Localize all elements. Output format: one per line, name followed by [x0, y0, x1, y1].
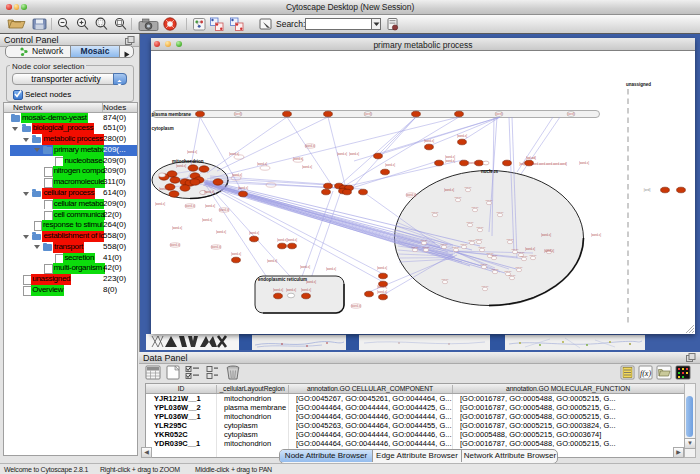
- svg-text:[wrd]: [wrd]: [644, 188, 651, 192]
- svg-text:[word-x]: [word-x]: [204, 190, 214, 194]
- svg-text:[wd-w]: [wd-w]: [497, 211, 504, 214]
- svg-text:[wd-w]: [wd-w]: [491, 254, 498, 257]
- svg-text:[wd-w]: [wd-w]: [455, 196, 462, 199]
- svg-text:[word-x]: [word-x]: [525, 247, 535, 251]
- svg-text:[word-x]: [word-x]: [249, 231, 259, 235]
- svg-text:[word-x]: [word-x]: [159, 187, 169, 191]
- svg-text:[wd-w]: [wd-w]: [509, 274, 516, 277]
- svg-text:[wd-w]: [wd-w]: [465, 186, 472, 189]
- svg-text:[word]: [word]: [567, 112, 574, 116]
- svg-text:[word-x]: [word-x]: [229, 152, 239, 156]
- svg-text:f(x): f(x): [640, 369, 651, 378]
- svg-text:[word-x]: [word-x]: [257, 162, 267, 166]
- svg-text:[wd-w]: [wd-w]: [467, 221, 474, 224]
- svg-text:[wd-w]: [wd-w]: [479, 246, 486, 249]
- svg-text:[word-x]: [word-x]: [219, 208, 229, 212]
- svg-text:[wd-w]: [wd-w]: [516, 266, 523, 269]
- svg-text:[word-x]: [word-x]: [406, 193, 416, 197]
- svg-text:[wd-w]: [wd-w]: [505, 270, 512, 273]
- svg-text:[word-x]: [word-x]: [306, 280, 316, 284]
- svg-text:[word-x]: [word-x]: [445, 159, 455, 163]
- svg-text:[word-x]: [word-x]: [468, 161, 478, 165]
- svg-text:[word-x]: [word-x]: [305, 144, 315, 148]
- svg-text:[wd-w]: [wd-w]: [481, 263, 488, 266]
- svg-text:[wd-w]: [wd-w]: [412, 246, 419, 249]
- svg-text:cytoplasm: cytoplasm: [152, 126, 174, 131]
- svg-text:[word-x]: [word-x]: [337, 152, 347, 156]
- svg-text:[wd-w]: [wd-w]: [486, 199, 493, 202]
- svg-text:endoplasmic reticulum: endoplasmic reticulum: [258, 277, 307, 282]
- svg-text:[word-x]: [word-x]: [377, 290, 387, 294]
- svg-text:[word-x]: [word-x]: [579, 161, 589, 165]
- svg-text:[word]: [word]: [364, 112, 371, 116]
- svg-text:[word-x]: [word-x]: [273, 288, 283, 292]
- svg-text:[word-x]: [word-x]: [445, 155, 455, 159]
- svg-text:[wd-w]: [wd-w]: [453, 246, 460, 249]
- svg-text:[wd-w]: [wd-w]: [472, 206, 479, 209]
- svg-text:[word-x]: [word-x]: [424, 139, 434, 143]
- svg-text:[wd-w]: [wd-w]: [442, 278, 449, 281]
- svg-text:[word-x]: [word-x]: [216, 230, 226, 234]
- svg-text:[word-x]: [word-x]: [300, 265, 310, 269]
- svg-text:[wd-w]: [wd-w]: [518, 251, 525, 254]
- svg-text:[word-x]: [word-x]: [211, 245, 221, 249]
- svg-text:[word]: [word]: [234, 112, 241, 116]
- svg-text:[word-x]: [word-x]: [385, 163, 395, 167]
- svg-text:[wd]: [wd]: [519, 162, 524, 166]
- svg-text:[word-x]: [word-x]: [267, 259, 277, 263]
- svg-text:[wd-w]: [wd-w]: [482, 285, 489, 288]
- svg-text:[word-x]: [word-x]: [301, 288, 311, 292]
- svg-text:unassigned: unassigned: [626, 82, 651, 87]
- svg-text:[word-x]: [word-x]: [155, 202, 165, 206]
- svg-text:plasma membrane: plasma membrane: [152, 112, 192, 117]
- svg-text:[wd-w]: [wd-w]: [423, 246, 430, 249]
- svg-text:[word-x]: [word-x]: [238, 186, 248, 190]
- svg-text:[wd-w]: [wd-w]: [546, 248, 553, 251]
- svg-text:[wd-w]: [wd-w]: [441, 243, 448, 246]
- svg-text:[word-x]: [word-x]: [202, 218, 212, 222]
- svg-text:[word-x]: [word-x]: [326, 267, 336, 271]
- svg-text:[wd-w]: [wd-w]: [421, 239, 428, 242]
- svg-text:[word-x]: [word-x]: [457, 134, 467, 138]
- svg-text:[word-x]: [word-x]: [170, 243, 180, 247]
- svg-text:[wd-w]: [wd-w]: [507, 238, 514, 241]
- svg-text:[word-x]: [word-x]: [541, 233, 551, 237]
- svg-text:[word-x]: [word-x]: [591, 233, 601, 237]
- svg-text:[word]: [word]: [495, 112, 502, 116]
- svg-text:[word-x]: [word-x]: [351, 304, 361, 308]
- svg-text:[word-x]: [word-x]: [302, 165, 312, 169]
- svg-text:[wd-w]: [wd-w]: [432, 211, 439, 214]
- svg-text:[wd-w]: [wd-w]: [477, 226, 484, 229]
- svg-text:mitochondrion: mitochondrion: [172, 159, 204, 164]
- svg-text:[wd-w]: [wd-w]: [530, 254, 537, 257]
- svg-text:[wd-w]: [wd-w]: [476, 238, 483, 241]
- svg-text:[word-x]: [word-x]: [231, 252, 241, 256]
- svg-text:[word-x]: [word-x]: [172, 226, 182, 230]
- svg-text:[word-x]: [word-x]: [187, 150, 197, 154]
- svg-text:Search:: Search:: [276, 19, 305, 29]
- svg-text:[word-x]: [word-x]: [205, 204, 215, 208]
- svg-text:[word-x]: [word-x]: [287, 238, 297, 242]
- svg-text:[word-x]: [word-x]: [349, 152, 359, 156]
- svg-text:[word-x]: [word-x]: [377, 266, 387, 270]
- svg-text:[wd-w]: [wd-w]: [521, 255, 528, 258]
- svg-text:[word-word-word-word-word]: [word-word-word-word-word]: [531, 162, 567, 166]
- svg-text:nucleus: nucleus: [481, 169, 499, 174]
- svg-text:[word-x]: [word-x]: [277, 238, 287, 242]
- svg-text:[wd-w]: [wd-w]: [492, 268, 499, 271]
- svg-text:[word-x]: [word-x]: [176, 164, 186, 168]
- svg-text:[word-x]: [word-x]: [185, 204, 195, 208]
- svg-text:[word-x]: [word-x]: [232, 173, 242, 177]
- svg-text:[wd-w]: [wd-w]: [461, 243, 468, 246]
- svg-text:[word-x]: [word-x]: [377, 285, 387, 289]
- svg-text:[word-x]: [word-x]: [286, 288, 296, 292]
- svg-text:[wd-wd]: [wd-wd]: [526, 156, 536, 160]
- svg-text:[word-x]: [word-x]: [444, 188, 454, 192]
